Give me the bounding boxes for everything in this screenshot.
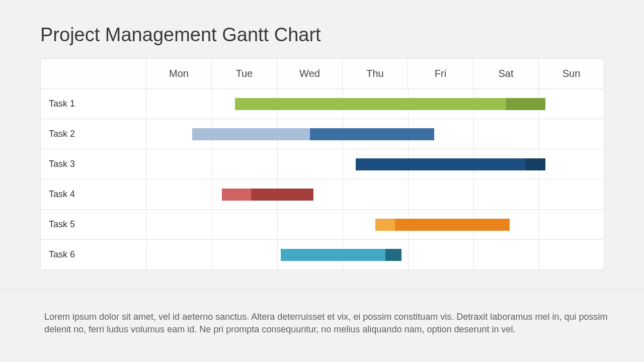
header-day: Sat: [473, 59, 539, 89]
gantt-bar: [356, 158, 545, 170]
header-row: Mon Tue Wed Thu Fri Sat Sun: [41, 59, 604, 89]
task-label: Task 5: [41, 210, 146, 240]
gantt-bar-segment: [526, 158, 545, 170]
header-day: Wed: [277, 59, 343, 89]
task-row: Task 3: [41, 149, 604, 179]
header-day: Sun: [539, 59, 604, 89]
header-day: Fri: [408, 59, 473, 89]
task-timeline: [146, 210, 604, 240]
gantt-bar-segment: [385, 249, 402, 261]
gantt-bar: [375, 219, 510, 231]
task-row: Task 5: [41, 210, 604, 240]
divider: [0, 289, 644, 290]
task-row: Task 2: [41, 119, 604, 149]
task-row: Task 6: [41, 240, 604, 270]
gantt-table: Mon Tue Wed Thu Fri Sat Sun Task 1Task 2…: [40, 58, 604, 270]
task-timeline: [146, 89, 604, 119]
gantt-bar: [192, 128, 434, 140]
task-timeline: [146, 149, 604, 179]
task-label: Task 3: [41, 149, 146, 179]
gantt-bar-segment: [395, 219, 510, 231]
header-empty: [41, 59, 146, 89]
footer-text: Lorem ipsum dolor sit amet, vel id aeter…: [44, 311, 614, 336]
task-label: Task 1: [41, 89, 146, 119]
task-timeline: [146, 240, 604, 270]
task-row: Task 1: [41, 89, 604, 119]
task-label: Task 4: [41, 179, 146, 210]
gantt-bar-segment: [506, 98, 545, 110]
gantt-bar-segment: [281, 249, 385, 261]
gantt-bar: [281, 249, 402, 261]
gantt-bar-segment: [192, 128, 310, 140]
slide: Project Management Gantt Chart Mon Tue W…: [0, 0, 644, 362]
gantt-chart: Mon Tue Wed Thu Fri Sat Sun Task 1Task 2…: [40, 58, 604, 270]
header-day: Thu: [343, 59, 408, 89]
gantt-bar-segment: [375, 219, 395, 231]
task-timeline: [146, 119, 604, 149]
gantt-bar-segment: [235, 98, 507, 110]
task-label: Task 2: [41, 119, 146, 149]
task-label: Task 6: [41, 240, 146, 270]
gantt-bar-segment: [222, 189, 252, 201]
gantt-bar-segment: [251, 189, 313, 201]
header-day: Tue: [212, 59, 277, 89]
page-title: Project Management Gantt Chart: [40, 24, 321, 46]
gantt-bar-segment: [356, 158, 526, 170]
gantt-bar: [222, 189, 313, 201]
task-timeline: [146, 179, 604, 210]
gantt-bar-segment: [310, 128, 434, 140]
header-day: Mon: [146, 59, 212, 89]
task-row: Task 4: [41, 179, 604, 210]
gantt-bar: [235, 98, 546, 110]
